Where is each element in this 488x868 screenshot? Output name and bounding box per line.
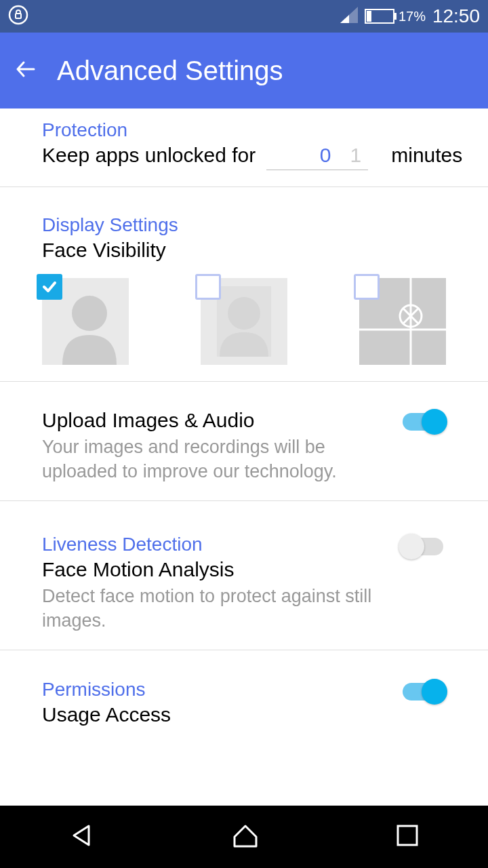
liveness-desc: Detect face motion to protect against st… xyxy=(42,584,386,633)
input-placeholder: 1 xyxy=(350,144,362,167)
unlock-duration-input[interactable]: 0 1 xyxy=(266,144,368,170)
upload-title: Upload Images & Audio xyxy=(42,409,386,432)
permissions-sub: Usage Access xyxy=(42,703,386,726)
display-header: Display Settings xyxy=(42,214,446,236)
upload-desc: Your images and recordings will be uploa… xyxy=(42,435,386,484)
check-icon xyxy=(37,274,62,300)
nav-home-icon[interactable] xyxy=(230,821,260,853)
page-title: Advanced Settings xyxy=(57,56,283,86)
checkbox-icon xyxy=(354,274,380,300)
svg-point-0 xyxy=(9,6,27,24)
section-protection: Protection Keep apps unlocked for 0 1 mi… xyxy=(0,108,488,187)
protection-header: Protection xyxy=(42,119,446,141)
svg-rect-3 xyxy=(394,13,396,20)
liveness-header: Liveness Detection xyxy=(42,534,386,555)
svg-point-9 xyxy=(228,297,260,330)
navigation-bar xyxy=(0,806,488,868)
signal-icon xyxy=(340,7,358,26)
svg-point-6 xyxy=(72,296,107,331)
liveness-sub: Face Motion Analysis xyxy=(42,558,386,581)
svg-rect-16 xyxy=(398,826,417,845)
face-option-blur[interactable] xyxy=(201,278,287,365)
liveness-toggle[interactable] xyxy=(403,538,443,555)
section-liveness: Liveness Detection Face Motion Analysis … xyxy=(0,501,488,650)
svg-rect-4 xyxy=(367,11,371,22)
nav-recent-icon[interactable] xyxy=(394,822,421,852)
unit-label: minutes xyxy=(391,144,462,167)
battery-percent: 17% xyxy=(399,9,426,24)
app-bar: Advanced Settings xyxy=(0,33,488,108)
face-option-grid[interactable] xyxy=(359,278,446,365)
section-upload: Upload Images & Audio Your images and re… xyxy=(0,382,488,501)
section-permissions: Permissions Usage Access xyxy=(0,650,488,743)
permissions-header: Permissions xyxy=(42,679,386,701)
protection-label: Keep apps unlocked for xyxy=(42,144,256,167)
clock: 12:50 xyxy=(432,5,480,27)
svg-rect-1 xyxy=(16,14,21,18)
content: Protection Keep apps unlocked for 0 1 mi… xyxy=(0,108,488,806)
battery-indicator: 17% xyxy=(365,8,426,24)
nav-back-icon[interactable] xyxy=(67,821,97,853)
input-value: 0 xyxy=(320,144,331,167)
back-icon[interactable] xyxy=(14,57,38,84)
section-display: Display Settings Face Visibility xyxy=(0,187,488,382)
upload-toggle[interactable] xyxy=(403,413,443,431)
face-option-clear[interactable] xyxy=(42,278,129,365)
status-bar: 17% 12:50 xyxy=(0,0,488,33)
permissions-toggle[interactable] xyxy=(403,683,443,701)
display-sub: Face Visibility xyxy=(42,239,446,262)
lock-circle-icon xyxy=(8,5,28,28)
checkbox-icon xyxy=(195,274,221,300)
